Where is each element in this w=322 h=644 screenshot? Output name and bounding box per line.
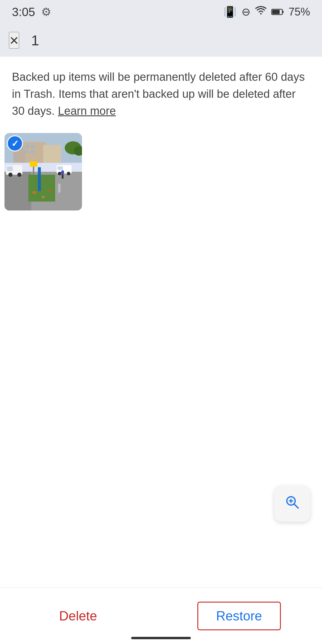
svg-rect-32: [31, 150, 34, 153]
svg-rect-24: [62, 174, 64, 179]
svg-rect-13: [58, 184, 61, 193]
close-button[interactable]: ×: [9, 32, 19, 49]
svg-rect-30: [31, 145, 34, 148]
svg-rect-22: [38, 167, 41, 191]
svg-line-34: [294, 504, 298, 508]
dnd-icon: ⊖: [242, 6, 250, 18]
info-section: Backed up items will be permanently dele…: [0, 57, 322, 129]
svg-rect-2: [272, 10, 280, 14]
gear-icon: ⚙: [41, 5, 51, 18]
svg-point-11: [41, 196, 45, 198]
home-indicator: [131, 637, 191, 639]
status-bar: 3:05 ⚙ 📳 ⊖ 75%: [0, 0, 322, 24]
info-message: Backed up items will be permanently dele…: [12, 71, 305, 117]
svg-point-10: [32, 191, 37, 194]
svg-rect-5: [43, 145, 61, 163]
restore-button[interactable]: Restore: [197, 602, 281, 630]
svg-point-12: [47, 190, 51, 192]
learn-more-link[interactable]: Learn more: [58, 105, 116, 117]
svg-point-20: [58, 172, 61, 175]
status-left: 3:05 ⚙: [12, 5, 51, 19]
bottom-action-bar: Delete Restore: [0, 587, 322, 644]
svg-rect-8: [4, 172, 31, 210]
svg-rect-31: [25, 150, 29, 153]
info-text: Backed up items will be permanently dele…: [12, 69, 310, 120]
item-count: 1: [31, 32, 39, 49]
status-right: 📳 ⊖ 75%: [223, 6, 310, 18]
svg-rect-28: [30, 161, 37, 167]
status-time: 3:05: [12, 5, 35, 19]
photo-grid-item[interactable]: [4, 133, 82, 210]
svg-point-23: [61, 170, 64, 174]
wifi-icon: [255, 6, 267, 18]
vibrate-icon: 📳: [223, 6, 237, 18]
grid-section: [0, 129, 322, 216]
selection-checkmark: [7, 135, 23, 151]
delete-button[interactable]: Delete: [41, 603, 115, 629]
svg-point-21: [67, 172, 70, 175]
toolbar: × 1: [0, 24, 322, 57]
svg-rect-19: [58, 166, 63, 170]
svg-point-16: [8, 173, 13, 177]
svg-rect-15: [7, 166, 13, 171]
battery-percentage: 75%: [289, 6, 310, 18]
svg-rect-29: [25, 145, 29, 148]
zoom-fab-button[interactable]: [274, 486, 310, 522]
battery-icon: [271, 6, 284, 18]
svg-rect-1: [282, 11, 284, 13]
zoom-search-icon: [284, 494, 300, 513]
svg-point-17: [17, 173, 21, 177]
main-content: Backed up items will be permanently dele…: [0, 57, 322, 587]
